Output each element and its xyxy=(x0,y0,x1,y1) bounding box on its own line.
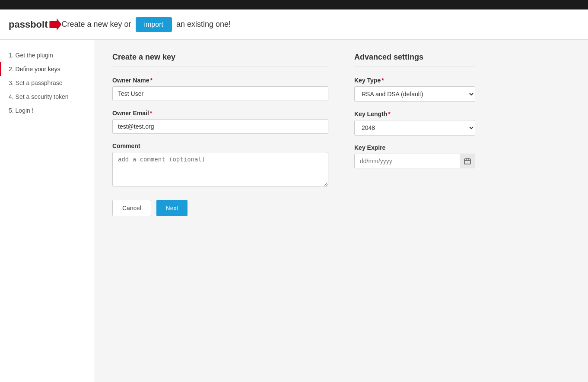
layout: 1. Get the plugin2. Define your keys3. S… xyxy=(0,40,588,382)
sidebar-item-set-passphrase[interactable]: 3. Set a passphrase xyxy=(0,76,95,90)
owner-name-group: Owner Name* xyxy=(112,77,328,101)
owner-email-input[interactable] xyxy=(112,119,328,134)
date-input-wrapper xyxy=(354,154,475,168)
sidebar-item-get-plugin[interactable]: 1. Get the plugin xyxy=(0,48,95,62)
form-title: Create a new key xyxy=(112,53,328,66)
next-button[interactable]: Next xyxy=(156,200,188,216)
header: passbolt Create a new key or import an e… xyxy=(0,9,588,40)
top-bar xyxy=(0,0,588,9)
svg-rect-0 xyxy=(464,159,470,164)
comment-label: Comment xyxy=(112,142,328,149)
form-buttons: Cancel Next xyxy=(112,200,328,216)
create-key-section: Create a new key Owner Name* Owner Email… xyxy=(112,53,328,369)
advanced-title: Advanced settings xyxy=(354,53,475,66)
header-tagline: Create a new key or import an existing o… xyxy=(61,17,231,32)
key-expire-input[interactable] xyxy=(354,154,475,168)
sidebar: 1. Get the plugin2. Define your keys3. S… xyxy=(0,40,95,382)
owner-email-required: * xyxy=(150,110,152,117)
cancel-button[interactable]: Cancel xyxy=(112,200,151,216)
key-length-group: Key Length* 2048 4096 xyxy=(354,110,475,136)
tagline-before: Create a new key or xyxy=(61,20,131,29)
sidebar-item-login[interactable]: 5. Login ! xyxy=(0,104,95,117)
key-type-required: * xyxy=(381,77,384,84)
key-length-required: * xyxy=(388,110,390,117)
key-length-label: Key Length* xyxy=(354,110,475,117)
key-type-label: Key Type* xyxy=(354,77,475,84)
comment-group: Comment xyxy=(112,142,328,188)
key-length-select[interactable]: 2048 4096 xyxy=(354,120,475,136)
key-type-select[interactable]: RSA and DSA (default) xyxy=(354,86,475,102)
main-content: Create a new key Owner Name* Owner Email… xyxy=(95,40,588,382)
logo-text: passbolt xyxy=(9,19,48,30)
owner-name-required: * xyxy=(150,77,153,84)
owner-name-label: Owner Name* xyxy=(112,77,328,84)
comment-input[interactable] xyxy=(112,152,328,186)
calendar-icon[interactable] xyxy=(460,154,475,168)
key-expire-label: Key Expire xyxy=(354,144,475,151)
tagline-after: an existing one! xyxy=(176,20,231,29)
advanced-settings-section: Advanced settings Key Type* RSA and DSA … xyxy=(354,53,475,369)
sidebar-item-set-security-token[interactable]: 4. Set a security token xyxy=(0,90,95,104)
owner-name-input[interactable] xyxy=(112,86,328,101)
key-expire-group: Key Expire xyxy=(354,144,475,168)
owner-email-group: Owner Email* xyxy=(112,110,328,134)
key-type-group: Key Type* RSA and DSA (default) xyxy=(354,77,475,102)
owner-email-label: Owner Email* xyxy=(112,110,328,117)
logo-arrow-icon xyxy=(49,19,61,31)
import-button[interactable]: import xyxy=(136,17,172,32)
logo: passbolt xyxy=(9,19,61,31)
sidebar-item-define-keys[interactable]: 2. Define your keys xyxy=(0,62,95,76)
